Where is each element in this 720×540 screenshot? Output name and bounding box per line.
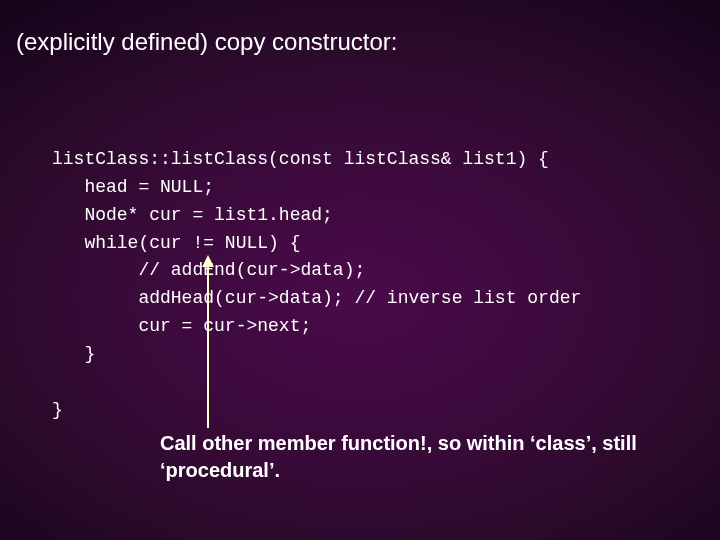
code-line-6: addHead(cur->data); // inverse list orde…	[52, 288, 581, 308]
code-line-7: cur = cur->next;	[52, 316, 311, 336]
code-block: listClass::listClass(const listClass& li…	[52, 118, 581, 425]
annotation-caption: Call other member function!, so within ‘…	[160, 430, 660, 484]
code-line-1: listClass::listClass(const listClass& li…	[52, 149, 549, 169]
code-line-8: }	[52, 344, 95, 364]
code-line-5: // addEnd(cur->data);	[52, 260, 365, 280]
code-line-4: while(cur != NULL) {	[52, 233, 300, 253]
slide-heading: (explicitly defined) copy constructor:	[16, 28, 398, 56]
code-line-9: }	[52, 400, 63, 420]
code-line-2: head = NULL;	[52, 177, 214, 197]
slide: (explicitly defined) copy constructor: l…	[0, 0, 720, 540]
code-line-3: Node* cur = list1.head;	[52, 205, 333, 225]
